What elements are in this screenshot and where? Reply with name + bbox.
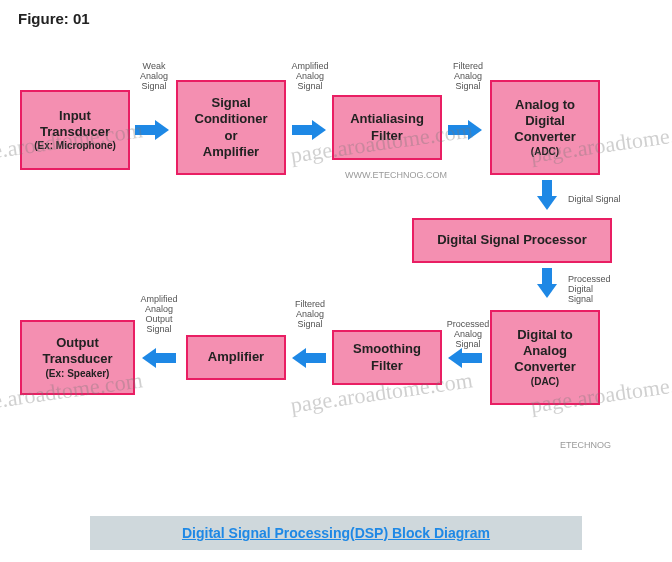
arrow-label: FilteredAnalogSignal <box>448 62 488 92</box>
block-text: Filter <box>371 358 403 374</box>
block-sub: (DAC) <box>531 376 559 389</box>
arrow-icon <box>448 120 482 140</box>
block-dac: Digital to Analog Converter (DAC) <box>490 310 600 405</box>
block-output-transducer: Output Transducer (Ex: Speaker) <box>20 320 135 395</box>
arrow-label: WeakAnalogSignal <box>134 62 174 92</box>
corner-credit: ETECHNOG <box>560 440 611 450</box>
block-text: or <box>225 128 238 144</box>
arrow-icon <box>142 348 176 368</box>
block-text: Converter <box>514 359 575 375</box>
block-sub: (ADC) <box>531 146 559 159</box>
arrow-label: FilteredAnalogSignal <box>290 300 330 330</box>
arrow-icon <box>537 180 557 210</box>
arrow-label: ProcessedAnalogSignal <box>446 320 490 350</box>
block-text: Amplifier <box>203 144 259 160</box>
block-text: Input <box>59 108 91 124</box>
block-text: Analog to <box>515 97 575 113</box>
block-sub: (Ex: Speaker) <box>46 368 110 381</box>
block-text: Converter <box>514 129 575 145</box>
arrow-label: Digital Signal <box>568 195 638 205</box>
block-input-transducer: Input Transducer (Ex: Microphone) <box>20 90 130 170</box>
arrow-icon <box>135 120 169 140</box>
block-text: Transducer <box>42 351 112 367</box>
block-text: Digital <box>525 113 565 129</box>
block-text: Smoothing <box>353 341 421 357</box>
figure-label: Figure: 01 <box>18 10 90 27</box>
arrow-label: AmplifiedAnalogSignal <box>290 62 330 92</box>
block-dsp: Digital Signal Processor <box>412 218 612 263</box>
arrow-label: ProcessedDigitalSignal <box>568 275 628 305</box>
site-credit: WWW.ETECHNOG.COM <box>345 170 447 180</box>
arrow-icon <box>292 348 326 368</box>
block-text: Conditioner <box>195 111 268 127</box>
arrow-label: AmplifiedAnalogOutputSignal <box>137 295 181 335</box>
block-amplifier: Amplifier <box>186 335 286 380</box>
block-text: Output <box>56 335 99 351</box>
diagram-caption: Digital Signal Processing(DSP) Block Dia… <box>182 525 490 541</box>
block-text: Digital Signal Processor <box>437 232 587 248</box>
block-text: Filter <box>371 128 403 144</box>
block-text: Transducer <box>40 124 110 140</box>
block-sub: (Ex: Microphone) <box>34 140 116 153</box>
block-text: Amplifier <box>208 349 264 365</box>
block-smoothing: Smoothing Filter <box>332 330 442 385</box>
caption-bar: Digital Signal Processing(DSP) Block Dia… <box>90 516 582 550</box>
block-text: Digital to <box>517 327 573 343</box>
arrow-icon <box>292 120 326 140</box>
arrow-icon <box>537 268 557 298</box>
block-text: Signal <box>211 95 250 111</box>
arrow-icon <box>448 348 482 368</box>
block-text: Analog <box>523 343 567 359</box>
block-text: Antialiasing <box>350 111 424 127</box>
block-adc: Analog to Digital Converter (ADC) <box>490 80 600 175</box>
block-signal-conditioner: Signal Conditioner or Amplifier <box>176 80 286 175</box>
block-antialiasing: Antialiasing Filter <box>332 95 442 160</box>
